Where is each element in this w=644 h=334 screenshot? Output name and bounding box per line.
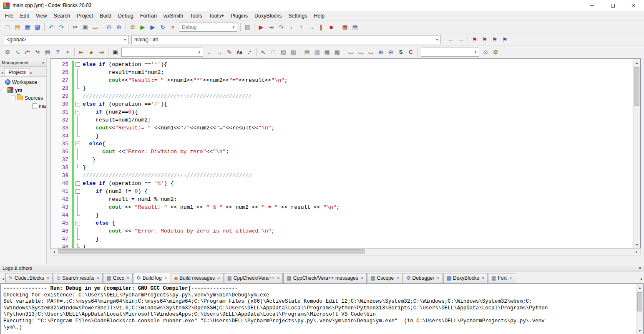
fold-toggle-icon[interactable]: − [74,140,81,148]
replace-icon[interactable]: ⊛ [114,23,123,32]
build-icon[interactable]: ⚙ [128,23,137,32]
scroll-left-icon[interactable]: ◂ [50,250,58,254]
menu-tools[interactable]: Tools [186,12,205,20]
zoom-out-icon[interactable]: ⊖ [386,48,395,57]
stop-debug-icon[interactable]: ■ [327,23,336,32]
chevron-down-icon[interactable]: ▾ [230,25,237,29]
menu-project[interactable]: Project [73,12,96,20]
text-justify-icon[interactable]: ▩ [332,48,342,57]
menu-plugins[interactable]: Plugins [227,12,251,20]
jump-back-icon[interactable]: ⇤ [77,48,86,57]
incsearch-input[interactable]: ▾ [121,48,203,57]
copy-icon[interactable]: ▣ [80,23,90,32]
key-icon[interactable]: ✦ [63,48,72,57]
code-line-27[interactable]: 27 cout<<"Result:= " <<num1<<"*"<<num2<<… [50,76,640,84]
logs-tabs-scroll-left-icon[interactable]: ◂ [1,276,5,283]
menu-settings[interactable]: Settings [285,12,310,20]
chevron-down-icon[interactable]: ▾ [472,50,479,54]
widget-panel-icon[interactable]: ▧ [289,48,298,57]
chevron-down-icon[interactable]: ▾ [434,38,440,42]
goto-back-icon[interactable]: ← [446,35,455,44]
doxyblocks-config-icon[interactable]: ▤ [43,48,52,57]
code-line-28[interactable]: 28} [50,84,640,92]
menu-tools[interactable]: Tools+ [205,12,227,20]
close-tab-icon[interactable]: × [164,276,167,281]
tree-item-main-cpp[interactable]: main.cpp [0,102,46,110]
collapse-icon[interactable]: − [2,88,6,92]
scroll-up-icon[interactable]: ▴ [634,59,640,66]
scrollbar-thumb[interactable] [637,292,642,311]
incsearch-next-icon[interactable]: → [215,48,224,57]
menu-search[interactable]: Search [50,12,74,20]
code-line-45[interactable]: 45− else { [50,219,640,227]
menu-edit[interactable]: Edit [17,12,33,20]
doxyblocks-help-icon[interactable]: ? [53,48,62,57]
find-icon[interactable]: ⊙ [104,23,113,32]
run-to-cursor-icon[interactable]: ⇥ [267,23,276,32]
search-combo[interactable]: ▾ [421,48,479,57]
code-line-47[interactable]: 47 } [50,235,640,243]
editor-horizontal-scrollbar[interactable]: ◂ ▸ [50,248,641,256]
debugging-windows-icon[interactable]: ▦ [340,23,350,32]
menu-wxsmith[interactable]: wxSmith [160,12,186,20]
code-line-46[interactable]: 46 cout << "Error: Modulus by zero is no… [50,227,640,235]
close-tab-icon[interactable]: × [361,276,363,281]
undo-icon[interactable]: ↶ [47,23,56,32]
next-line-icon[interactable]: ↷ [277,23,286,32]
code-line-35[interactable]: 35− else{ [50,140,640,148]
scroll-down-icon[interactable]: ▾ [636,327,643,334]
frame-outline-icon[interactable]: ▭ [346,48,355,57]
cut-icon[interactable]: ✂ [70,23,80,32]
text-center-icon[interactable]: ▥ [312,48,322,57]
new-file-icon[interactable]: □ [3,23,12,32]
function-select[interactable]: main() : int▾ [131,35,441,44]
tree-item-ym[interactable]: −ym [0,86,46,94]
close-tab-icon[interactable]: × [277,276,279,281]
scrollbar-thumb[interactable] [634,67,639,106]
fold-toggle-icon[interactable]: − [74,180,81,187]
menu-view[interactable]: View [33,12,50,20]
code-line-33[interactable]: 33 cout<<"Result:= " <<num1<<"/"<<num2<<… [50,124,640,132]
various-info-icon[interactable]: ▤ [350,23,360,32]
show-log-window-icon[interactable]: ▥ [243,23,252,32]
code-line-40[interactable]: 40−else if (operation == '%') { [50,180,640,187]
menu-debug[interactable]: Debug [115,12,137,20]
save-icon[interactable]: ▦ [23,23,32,32]
menu-help[interactable]: Help [310,12,328,20]
logs-tabs-scroll-right-icon[interactable]: ▸ [639,276,644,283]
block-comment-icon[interactable]: /** [23,48,32,57]
code-line-39[interactable]: 39/////////////////////////////+++//////… [50,172,640,180]
clear-bookmarks-icon[interactable]: ⚑ [500,35,509,44]
debug-continue-icon[interactable]: ▶ [257,23,266,32]
fold-toggle-icon[interactable]: − [74,100,81,108]
open-file-icon[interactable]: ▤ [13,23,22,32]
tab-projects[interactable]: Projects [5,68,30,76]
tab-build-messages[interactable]: ◆Build messages× [171,273,223,283]
tabs-scroll-right-icon[interactable]: ▸ [30,71,34,76]
code-line-44[interactable]: 44 } [50,211,640,219]
widget-grid-icon[interactable]: ▨ [279,48,288,57]
menu-build[interactable]: Build [96,12,115,20]
search-settings-icon[interactable]: ⚙ [491,48,500,57]
build-target-select[interactable]: Debug▾ [179,23,237,32]
tab-cccc[interactable]: ▤Cccc× [103,273,132,283]
chevron-down-icon[interactable]: ▾ [122,38,128,42]
zoom-in-icon[interactable]: ⊕ [376,48,385,57]
pause-icon[interactable]: ∥ [317,23,326,32]
incsearch-prev-icon[interactable]: ← [205,48,214,57]
match-case-icon[interactable]: Aa [235,48,244,57]
dialog-outline-icon[interactable]: ▭ [356,48,365,57]
close-tab-icon[interactable]: × [482,276,484,281]
fold-toggle-icon[interactable]: − [74,187,81,195]
step-into-icon[interactable]: ↓ [287,23,296,32]
maximize-button[interactable] [602,0,623,11]
jump-icon[interactable]: ● [87,48,96,57]
scope-select[interactable]: <global>▾ [4,35,129,44]
doxyblocks-extract-icon[interactable]: ⚙ [3,48,12,57]
tab-cscope[interactable]: ▤Cscope× [367,273,402,283]
jump-forward-icon[interactable]: ⇥ [97,48,106,57]
code-line-26[interactable]: 26 result=num1*num2; [50,68,640,76]
minimize-button[interactable] [581,0,602,11]
highlight-occurrences-icon[interactable]: ✎ [225,48,234,57]
tab-cppcheck-vera-messages[interactable]: ▤CppCheck/Vera++ messages× [283,273,367,283]
